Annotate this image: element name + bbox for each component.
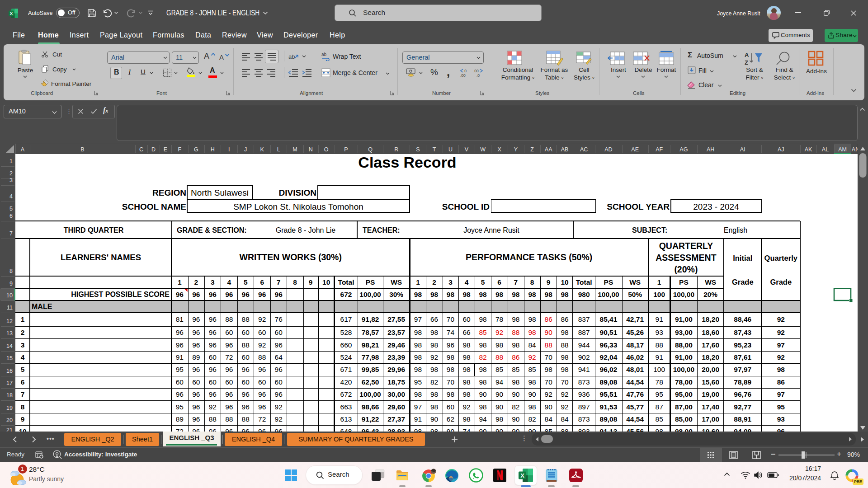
svg-text:ab: ab (288, 53, 295, 60)
svg-text:7: 7 (277, 278, 281, 286)
svg-text:98: 98 (430, 341, 438, 349)
svg-text:45,26: 45,26 (626, 328, 644, 336)
svg-text:ab: ab (321, 52, 327, 57)
svg-text:92: 92 (258, 341, 266, 349)
svg-text:100,00: 100,00 (673, 291, 694, 298)
svg-text:PERFORMANCE TASKS (50%): PERFORMANCE TASKS (50%) (466, 252, 592, 262)
svg-text:8: 8 (9, 268, 13, 274)
svg-text:98,00: 98,00 (675, 427, 693, 432)
svg-text:Initial: Initial (733, 254, 752, 262)
svg-text:U: U (448, 146, 453, 153)
svg-text:96,33: 96,33 (600, 341, 618, 349)
svg-text:78,89: 78,89 (734, 378, 751, 386)
svg-text:94: 94 (495, 378, 504, 386)
svg-text:96: 96 (225, 341, 233, 349)
svg-text:98: 98 (462, 378, 470, 386)
svg-text:92: 92 (430, 353, 438, 361)
svg-text:88: 88 (561, 341, 568, 349)
svg-text:98: 98 (462, 366, 470, 373)
svg-text:89: 89 (192, 353, 200, 361)
svg-text:87: 87 (656, 403, 663, 411)
svg-text:3: 3 (211, 278, 215, 286)
svg-text:85: 85 (545, 427, 552, 432)
svg-text:6: 6 (21, 378, 25, 386)
svg-text:30,00: 30,00 (387, 390, 405, 398)
svg-text:18,20: 18,20 (702, 315, 719, 323)
svg-text:98: 98 (479, 315, 486, 323)
svg-text:47,76: 47,76 (626, 390, 644, 398)
svg-text:96: 96 (209, 315, 217, 323)
svg-text:78,57: 78,57 (362, 328, 379, 336)
svg-text:Z: Z (745, 59, 748, 66)
svg-text:92,04: 92,04 (600, 353, 618, 361)
svg-text:60: 60 (275, 378, 283, 386)
svg-text:98: 98 (414, 366, 422, 373)
svg-text:78,00: 78,00 (675, 378, 693, 386)
svg-text:Joyce Anne Rusit: Joyce Anne Rusit (463, 226, 519, 234)
svg-text:21: 21 (6, 427, 13, 432)
svg-text:94: 94 (479, 415, 487, 423)
svg-text:96: 96 (176, 291, 184, 298)
svg-text:87,00: 87,00 (675, 403, 693, 411)
svg-text:85: 85 (656, 415, 663, 423)
svg-text:English: English (724, 226, 747, 234)
svg-text:91,82: 91,82 (362, 315, 379, 323)
svg-text:98: 98 (561, 366, 568, 373)
svg-text:1: 1 (9, 158, 13, 164)
svg-text:88: 88 (656, 341, 663, 349)
svg-text:93: 93 (777, 415, 785, 423)
svg-text:76: 76 (275, 315, 283, 323)
svg-text:86: 86 (777, 378, 785, 386)
svg-text:887: 887 (578, 328, 590, 336)
svg-text:19,00: 19,00 (702, 390, 719, 398)
svg-text:98: 98 (512, 315, 519, 323)
svg-text:98: 98 (512, 291, 520, 298)
svg-text:89,08: 89,08 (600, 415, 618, 423)
svg-text:10: 10 (6, 292, 13, 299)
svg-text:91: 91 (656, 353, 663, 361)
svg-text:96: 96 (258, 390, 266, 398)
svg-text:Y: Y (514, 146, 518, 153)
svg-text:90: 90 (512, 390, 520, 398)
svg-text:98: 98 (528, 328, 536, 336)
svg-text:96: 96 (209, 390, 217, 398)
svg-text:4: 4 (21, 353, 25, 361)
svg-text:96: 96 (176, 341, 184, 349)
svg-text:48,01: 48,01 (626, 366, 644, 373)
svg-text:96: 96 (192, 390, 200, 398)
svg-text:96,43: 96,43 (362, 427, 379, 432)
svg-text:96: 96 (242, 291, 250, 298)
svg-text:REGION: REGION (152, 188, 186, 197)
svg-text:A: A (745, 52, 749, 58)
svg-text:WS: WS (705, 278, 716, 286)
svg-text:96: 96 (192, 315, 200, 323)
svg-text:GRADE & SECTION:: GRADE & SECTION: (177, 226, 247, 234)
svg-text:T: T (433, 146, 436, 153)
svg-text:ASSESSMENT: ASSESSMENT (656, 253, 716, 263)
svg-text:45,77: 45,77 (626, 403, 644, 411)
svg-text:88: 88 (512, 328, 519, 336)
svg-text:96: 96 (225, 403, 233, 411)
svg-text:15: 15 (6, 355, 13, 361)
svg-text:98: 98 (430, 390, 438, 398)
svg-text:98: 98 (528, 403, 536, 411)
svg-text:92: 92 (462, 403, 470, 411)
svg-text:60: 60 (192, 378, 200, 386)
svg-text:90: 90 (495, 390, 504, 398)
svg-text:QUARTERLY: QUARTERLY (659, 241, 713, 251)
svg-text:46,02: 46,02 (626, 353, 644, 361)
svg-text:95: 95 (414, 378, 422, 386)
svg-text:42,71: 42,71 (626, 315, 644, 323)
svg-text:88: 88 (258, 353, 266, 361)
svg-text:70: 70 (447, 315, 455, 323)
svg-text:88: 88 (242, 415, 250, 423)
svg-text:WS: WS (391, 278, 402, 286)
svg-text:9: 9 (21, 415, 25, 423)
svg-text:96: 96 (209, 291, 217, 298)
svg-text:97: 97 (777, 390, 785, 398)
svg-text:893: 893 (578, 427, 590, 432)
svg-text:980: 980 (578, 291, 590, 298)
svg-text:96: 96 (192, 328, 200, 336)
svg-text:O: O (324, 146, 329, 153)
svg-text:PS: PS (604, 278, 613, 286)
